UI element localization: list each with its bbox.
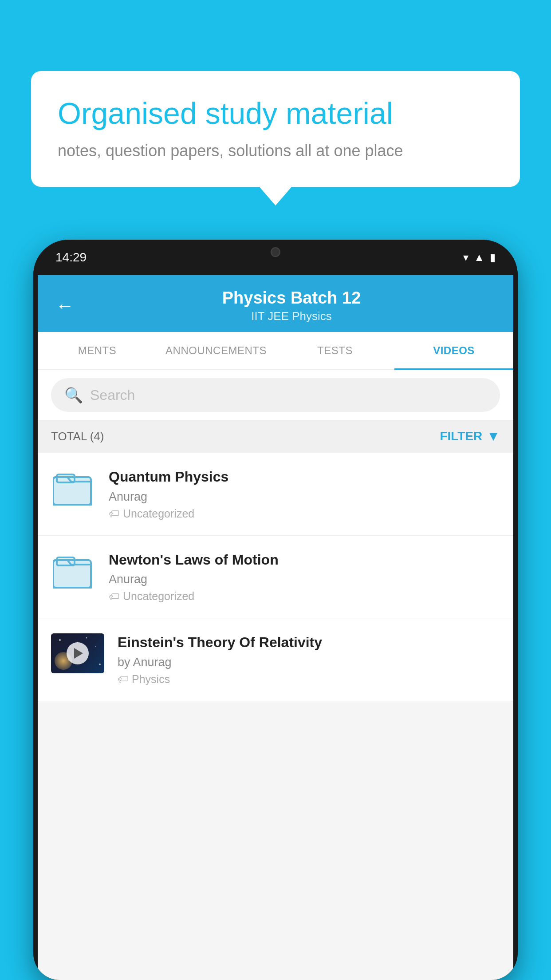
search-icon: 🔍 — [64, 386, 83, 404]
header-subtitle: IIT JEE Physics — [87, 309, 496, 323]
search-bar[interactable]: 🔍 Search — [51, 378, 500, 412]
video-list: Quantum Physics Anurag 🏷 Uncategorized — [38, 453, 513, 701]
tab-tests[interactable]: TESTS — [276, 332, 394, 369]
status-time: 14:29 — [55, 250, 87, 265]
video-author: Anurag — [109, 573, 500, 586]
header-center: Physics Batch 12 IIT JEE Physics — [87, 288, 496, 323]
tag-label: Uncategorized — [123, 590, 194, 603]
video-title: Quantum Physics — [109, 468, 500, 486]
tag-label: Uncategorized — [123, 507, 194, 520]
total-count: TOTAL (4) — [51, 430, 104, 443]
folder-icon — [53, 470, 93, 506]
video-tag: 🏷 Uncategorized — [109, 590, 500, 603]
tag-icon: 🏷 — [109, 507, 119, 520]
video-info: Einstein's Theory Of Relativity by Anura… — [118, 633, 500, 686]
svg-point-7 — [86, 637, 87, 639]
tag-label: Physics — [132, 673, 170, 686]
folder-icon — [53, 553, 93, 589]
list-item[interactable]: Einstein's Theory Of Relativity by Anura… — [38, 618, 513, 701]
play-triangle-icon — [74, 648, 83, 659]
bubble-title: Organised study material — [58, 95, 493, 132]
svg-point-10 — [99, 664, 101, 665]
list-item[interactable]: Quantum Physics Anurag 🏷 Uncategorized — [38, 453, 513, 536]
video-title: Newton's Laws of Motion — [109, 551, 500, 569]
bubble-subtitle: notes, question papers, solutions all at… — [58, 142, 493, 160]
filter-button[interactable]: FILTER ▼ — [440, 429, 500, 444]
search-input[interactable]: Search — [90, 387, 135, 403]
search-container: 🔍 Search — [38, 370, 513, 420]
video-tag: 🏷 Physics — [118, 673, 500, 686]
video-info: Quantum Physics Anurag 🏷 Uncategorized — [109, 468, 500, 520]
list-item[interactable]: Newton's Laws of Motion Anurag 🏷 Uncateg… — [38, 536, 513, 619]
tabs-bar: MENTS ANNOUNCEMENTS TESTS VIDEOS — [38, 332, 513, 370]
phone-notch — [236, 240, 315, 264]
phone-screen: ← Physics Batch 12 IIT JEE Physics MENTS… — [38, 275, 513, 980]
battery-icon: ▮ — [490, 251, 496, 264]
tab-announcements[interactable]: ANNOUNCEMENTS — [157, 332, 276, 369]
tag-icon: 🏷 — [118, 673, 128, 685]
video-author: by Anurag — [118, 656, 500, 669]
video-thumbnail — [51, 633, 104, 673]
back-button[interactable]: ← — [55, 295, 74, 316]
svg-point-6 — [59, 639, 61, 641]
status-bar: 14:29 ▾ ▲ ▮ — [33, 240, 518, 275]
speech-bubble: Organised study material notes, question… — [31, 71, 520, 187]
filter-bar: TOTAL (4) FILTER ▼ — [38, 420, 513, 453]
video-author: Anurag — [109, 490, 500, 504]
tag-icon: 🏷 — [109, 590, 119, 603]
camera — [271, 247, 280, 257]
tab-videos[interactable]: VIDEOS — [394, 332, 513, 369]
phone-frame: 14:29 ▾ ▲ ▮ ← Physics Batch 12 IIT JEE P… — [33, 240, 518, 980]
folder-icon-wrapper — [51, 468, 95, 508]
status-icons: ▾ ▲ ▮ — [463, 251, 496, 264]
folder-icon-wrapper — [51, 551, 95, 591]
signal-icon: ▲ — [474, 251, 484, 264]
speech-bubble-container: Organised study material notes, question… — [31, 71, 520, 187]
header-title: Physics Batch 12 — [87, 288, 496, 308]
video-tag: 🏷 Uncategorized — [109, 507, 500, 520]
filter-icon: ▼ — [487, 429, 500, 444]
svg-point-8 — [95, 646, 96, 647]
wifi-icon: ▾ — [463, 251, 468, 264]
video-info: Newton's Laws of Motion Anurag 🏷 Uncateg… — [109, 551, 500, 603]
tab-ments[interactable]: MENTS — [38, 332, 157, 369]
app-header: ← Physics Batch 12 IIT JEE Physics — [38, 275, 513, 332]
filter-label: FILTER — [440, 429, 482, 443]
video-title: Einstein's Theory Of Relativity — [118, 633, 500, 652]
play-button[interactable] — [67, 642, 89, 664]
